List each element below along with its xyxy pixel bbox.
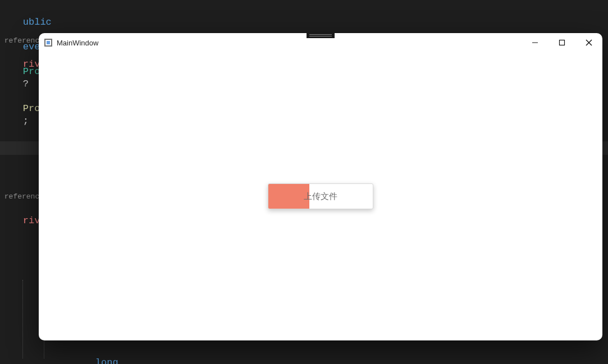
codelens-references: reference <box>0 191 44 203</box>
window-title: MainWindow <box>57 39 98 47</box>
upload-file-button[interactable]: 上传文件 <box>268 183 373 209</box>
upload-progress-fill <box>268 184 309 209</box>
minimize-button[interactable] <box>522 33 548 52</box>
upload-button-label: 上传文件 <box>304 191 337 202</box>
codelens-references: reference <box>0 35 44 47</box>
close-button[interactable] <box>575 33 602 52</box>
titlebar[interactable]: MainWindow <box>39 33 602 52</box>
minimize-icon <box>532 39 538 46</box>
app-icon <box>44 39 52 47</box>
code-token: ublic <box>23 17 52 27</box>
close-icon <box>586 39 592 46</box>
svg-rect-1 <box>560 40 565 45</box>
maximize-button[interactable] <box>548 33 575 52</box>
client-area: 上传文件 <box>39 52 602 340</box>
maximize-icon <box>559 39 565 46</box>
main-window: MainWindow 上传文件 <box>39 33 602 340</box>
code-token: long <box>95 357 118 364</box>
